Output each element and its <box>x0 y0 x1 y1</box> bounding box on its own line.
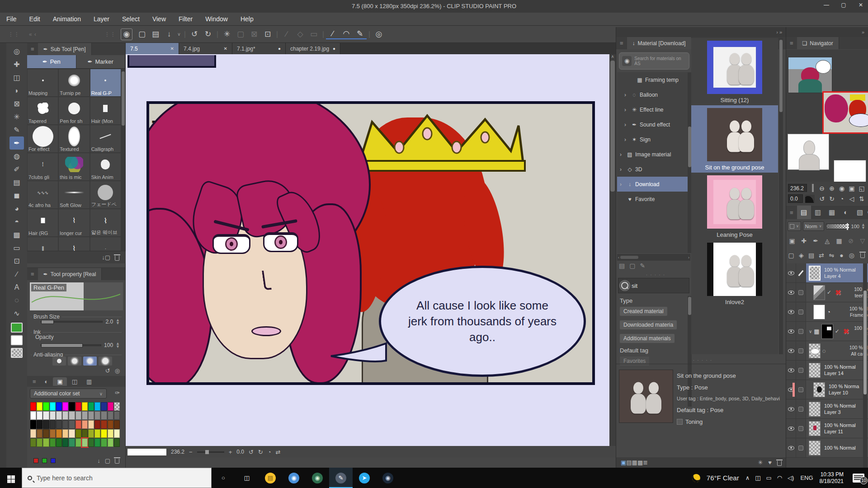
layer-opacity-value[interactable]: 100 <box>851 224 859 229</box>
color-swatch[interactable] <box>82 420 88 429</box>
opacity-slider[interactable] <box>41 344 101 346</box>
color-swatch[interactable] <box>88 438 94 447</box>
opacity-value[interactable]: 100 <box>104 342 113 348</box>
layer-select-cell[interactable] <box>796 302 806 321</box>
color-swatch[interactable] <box>50 438 56 447</box>
menu-item[interactable]: Filter <box>172 13 199 25</box>
transfer-to-lower-icon[interactable]: ⇄ <box>816 252 826 259</box>
layer-checkbox[interactable] <box>798 387 803 392</box>
layer-visibility-toggle[interactable] <box>786 399 796 418</box>
new-material-folder-icon[interactable]: ▤ <box>619 262 625 269</box>
layer-row[interactable]: ∨ ✓ ✖ 100 % Normal Layer 11 <box>786 419 868 438</box>
brush-item[interactable]: Mapping <box>27 69 58 97</box>
expand-icon[interactable]: › <box>620 166 624 173</box>
favorite-material-icon[interactable]: ♥ <box>768 459 772 466</box>
edit-material-folder-icon[interactable]: ✎ <box>640 262 645 269</box>
telegram-icon[interactable]: ➤ <box>353 468 376 488</box>
color-swatch[interactable] <box>56 402 62 411</box>
tool-property-tab[interactable]: ✒ Tool property [Real <box>38 268 102 280</box>
navigator-panel-tab[interactable]: ❏ Navigator <box>797 37 839 49</box>
color-swatch[interactable] <box>82 429 88 438</box>
color-swatch[interactable] <box>56 420 62 429</box>
brush-size-slider[interactable] <box>41 321 103 323</box>
list-view-icon[interactable]: ≣ <box>643 459 648 466</box>
clip-at-layer-below-icon[interactable]: ▣ <box>786 237 798 244</box>
expand-icon[interactable]: › <box>624 136 629 143</box>
task-view-icon[interactable]: ◫ <box>235 468 259 488</box>
taskbar-search[interactable]: Type here to search <box>22 468 212 488</box>
new-raster-layer-icon[interactable]: ▢ <box>786 252 796 259</box>
new-folder-icon[interactable]: ▤ <box>807 252 816 259</box>
layer-visibility-toggle[interactable] <box>786 438 796 457</box>
toning-checkbox[interactable] <box>677 419 683 425</box>
layer-select-cell[interactable] <box>796 263 806 282</box>
navigator-preview[interactable] <box>786 50 868 203</box>
navigator-current-view-rect[interactable] <box>822 91 868 134</box>
brush-item[interactable]: ⁞ 7clubs gli <box>27 153 58 181</box>
color-swatch[interactable] <box>50 429 56 438</box>
new-vector-layer-icon[interactable]: ◈ <box>796 252 806 259</box>
line-tool[interactable]: ∕ <box>9 267 24 281</box>
expand-icon[interactable]: › <box>620 151 624 158</box>
edit-color-set-icon[interactable]: ✑ <box>115 389 120 396</box>
taskbar-clock[interactable]: 10:33 PM 8/18/2021 <box>820 471 844 485</box>
color-swatch[interactable] <box>94 420 100 429</box>
brush-item[interactable]: ⌇ <box>58 237 90 251</box>
apply-mask-icon[interactable]: ◎ <box>847 252 857 259</box>
color-swatch[interactable] <box>43 429 49 438</box>
aa-strong-button[interactable] <box>99 357 112 366</box>
tab-close-or-modified-icon[interactable]: ● <box>278 46 281 51</box>
delete-material-icon[interactable] <box>777 461 782 466</box>
zoom-slider[interactable] <box>197 451 224 453</box>
color-swatch[interactable] <box>82 411 88 420</box>
operation-tool[interactable]: ◫ <box>9 71 24 84</box>
brush-item[interactable]: ∥ <box>27 237 58 251</box>
tab-close-or-modified-icon[interactable]: ✕ <box>170 46 174 51</box>
layer-visibility-toggle[interactable] <box>786 302 796 321</box>
panel-grip[interactable]: ⋮⋮ <box>8 31 20 38</box>
material-asset-search[interactable]: ◉ Search for materials on AS <box>619 52 689 70</box>
brush-item[interactable]: ∿∿∿ 4c afro ha <box>27 181 58 209</box>
color-swatch[interactable] <box>50 402 56 411</box>
color-swatch[interactable] <box>62 420 68 429</box>
reset-rotation-icon[interactable]: ◔ <box>268 449 271 455</box>
pencil-tool[interactable]: ✎ <box>9 123 24 136</box>
steam-icon[interactable]: ◉ <box>376 468 400 488</box>
color-swatch[interactable] <box>114 411 120 420</box>
rotate-right-icon[interactable]: ↻ <box>258 449 263 455</box>
color-swatch[interactable] <box>114 420 120 429</box>
enable-mask-icon[interactable]: ⊘ <box>845 237 857 244</box>
tab-layer-search[interactable]: ▧ <box>853 206 867 219</box>
delete-material-folder-icon[interactable]: ▢ <box>629 262 635 269</box>
new-subtool-icon[interactable]: ▢ <box>105 254 110 261</box>
brush-item[interactable]: · <box>90 237 121 251</box>
color-swatch[interactable] <box>30 420 36 429</box>
expand-icon[interactable]: › <box>624 107 629 113</box>
layer-visibility-toggle[interactable] <box>786 419 796 438</box>
brush-item[interactable]: Real G-P <box>90 69 121 97</box>
chrome-icon[interactable]: ◉ <box>282 468 306 488</box>
color-swatch[interactable] <box>62 438 68 447</box>
color-swatch[interactable] <box>82 402 88 411</box>
color-swatch[interactable] <box>56 438 62 447</box>
flip-vertical-icon[interactable]: ⇅ <box>857 195 867 202</box>
material-tree-item[interactable]: › ◌ Balloon <box>617 87 688 102</box>
layer-row[interactable]: ∨ ✓ ✖ 100 % Normal Layer 3 <box>786 399 868 419</box>
minimize-button[interactable]: — <box>821 2 832 8</box>
menu-item[interactable]: File <box>0 13 23 25</box>
type-tag-chip[interactable]: Downloaded materia <box>620 320 677 329</box>
subview-tool[interactable]: ⊡ <box>9 254 24 267</box>
delete-layer-icon[interactable] <box>860 253 865 258</box>
zoom-out-icon[interactable]: − <box>189 449 193 455</box>
red-swatch[interactable] <box>33 458 38 463</box>
fit-to-screen-icon[interactable]: ▣ <box>847 185 857 192</box>
select-area-icon[interactable]: ▢ <box>234 29 247 39</box>
color-swatch[interactable] <box>94 429 100 438</box>
left-panel-grip[interactable]: ⋮⋮ <box>0 43 6 468</box>
document-tab[interactable]: 7.1.jpg* ● <box>232 43 286 54</box>
subtool-panel-tab[interactable]: ✒ Sub Tool [Pen] <box>38 43 92 55</box>
battery-icon[interactable]: ▭ <box>766 474 771 481</box>
canvas-viewport[interactable]: T <box>126 54 609 446</box>
color-set-selector[interactable]: Additional color set ∨ <box>30 389 107 399</box>
material-tree-item[interactable]: › ↓ Download <box>617 177 688 192</box>
